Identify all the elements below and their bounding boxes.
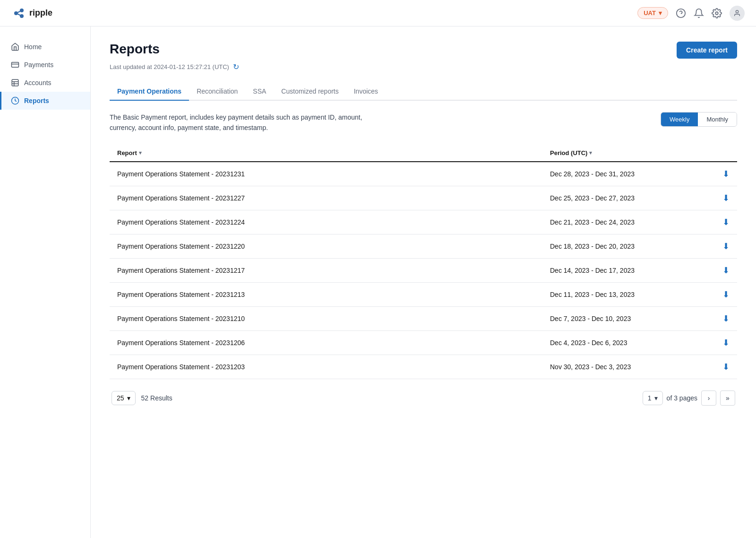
monthly-toggle-button[interactable]: Monthly [698,113,737,126]
last-updated-text: Last updated at 2024-01-12 15:27:21 (UTC… [110,63,229,70]
report-period: Dec 14, 2023 - Dec 17, 2023 [550,267,701,274]
reports-table: Report ▾ Period (UTC) ▾ Payment Operatio… [110,145,737,379]
sidebar-item-home-label: Home [24,43,42,51]
tab-payment-operations[interactable]: Payment Operations [110,83,189,101]
download-button[interactable]: ⬇ [722,338,730,348]
download-cell: ⬇ [701,193,730,203]
logo-text: ripple [29,8,52,18]
download-cell: ⬇ [701,241,730,252]
report-name: Payment Operations Statement - 20231231 [117,170,550,178]
env-chevron-icon: ▾ [659,9,662,17]
svg-rect-11 [12,79,18,86]
sidebar-item-payments-label: Payments [24,61,53,69]
pagination: 25 ▾ 52 Results 1 ▾ of 3 pages › » [110,390,737,406]
report-name: Payment Operations Statement - 20231227 [117,194,550,202]
svg-point-1 [20,9,24,12]
svg-point-0 [14,11,18,15]
svg-point-8 [736,10,738,13]
report-period: Dec 11, 2023 - Dec 13, 2023 [550,291,701,298]
help-icon[interactable] [676,8,686,18]
table-row: Payment Operations Statement - 20231227 … [110,186,737,210]
tab-ssa[interactable]: SSA [245,83,274,101]
tab-reconciliation[interactable]: Reconciliation [189,83,245,101]
env-selector[interactable]: UAT ▾ [637,7,668,19]
page-size-selector[interactable]: 25 ▾ [112,391,136,405]
pagination-left: 25 ▾ 52 Results [112,391,172,405]
main-content: Reports Create report Last updated at 20… [91,26,756,538]
download-cell: ⬇ [701,338,730,348]
period-toggle: Weekly Monthly [661,112,737,127]
report-name: Payment Operations Statement - 20231206 [117,339,550,347]
table-row: Payment Operations Statement - 20231206 … [110,331,737,355]
period-sort-icon: ▾ [589,150,592,156]
report-period: Dec 7, 2023 - Dec 10, 2023 [550,315,701,322]
download-cell: ⬇ [701,265,730,276]
table-row: Payment Operations Statement - 20231231 … [110,162,737,186]
sidebar: Home Payments Accounts Reports [0,26,91,538]
download-cell: ⬇ [701,362,730,372]
app-layout: Home Payments Accounts Reports Reports C… [0,26,756,538]
download-button[interactable]: ⬇ [722,289,730,300]
tab-customized-reports[interactable]: Customized reports [274,83,346,101]
sidebar-item-accounts[interactable]: Accounts [0,74,90,92]
download-button[interactable]: ⬇ [722,313,730,324]
sidebar-item-reports[interactable]: Reports [0,92,90,110]
sidebar-item-payments[interactable]: Payments [0,56,90,74]
report-period: Dec 21, 2023 - Dec 24, 2023 [550,218,701,226]
user-avatar[interactable] [730,6,745,21]
page-size-chevron-icon: ▾ [127,394,130,402]
report-period: Dec 18, 2023 - Dec 20, 2023 [550,243,701,250]
svg-point-7 [715,12,718,15]
report-name: Payment Operations Statement - 20231224 [117,218,550,226]
next-page-button[interactable]: › [701,390,716,406]
sidebar-item-home[interactable]: Home [0,38,90,56]
last-page-button[interactable]: » [720,390,735,406]
payments-icon [11,61,19,69]
current-page-value: 1 [648,394,652,402]
report-period: Nov 30, 2023 - Dec 3, 2023 [550,363,701,371]
report-name: Payment Operations Statement - 20231210 [117,315,550,322]
report-name: Payment Operations Statement - 20231213 [117,291,550,298]
table-row: Payment Operations Statement - 20231210 … [110,307,737,331]
home-icon [11,43,19,51]
nav-actions: UAT ▾ [637,6,745,21]
col-header-action [701,149,730,156]
report-period: Dec 25, 2023 - Dec 27, 2023 [550,194,701,202]
svg-point-2 [20,14,24,18]
results-count: 52 Results [141,394,172,402]
download-button[interactable]: ⬇ [722,217,730,227]
download-button[interactable]: ⬇ [722,169,730,179]
logo[interactable]: ripple [11,6,52,21]
download-button[interactable]: ⬇ [722,362,730,372]
download-cell: ⬇ [701,169,730,179]
report-tabs: Payment Operations Reconciliation SSA Cu… [110,83,737,101]
page-select-chevron-icon: ▾ [654,394,658,402]
col-header-report[interactable]: Report ▾ [117,149,550,156]
total-pages-label: of 3 pages [667,394,697,402]
download-button[interactable]: ⬇ [722,265,730,276]
download-button[interactable]: ⬇ [722,193,730,203]
env-label: UAT [644,9,656,17]
last-updated-row: Last updated at 2024-01-12 15:27:21 (UTC… [110,62,737,71]
tab-invoices[interactable]: Invoices [346,83,386,101]
col-header-period[interactable]: Period (UTC) ▾ [550,149,701,156]
bell-icon[interactable] [694,8,704,18]
download-cell: ⬇ [701,313,730,324]
download-button[interactable]: ⬇ [722,241,730,252]
settings-icon[interactable] [712,8,722,18]
report-sort-icon: ▾ [139,150,142,156]
refresh-icon[interactable]: ↻ [233,62,239,71]
svg-rect-9 [12,62,19,68]
download-cell: ⬇ [701,217,730,227]
create-report-button[interactable]: Create report [677,42,737,59]
table-row: Payment Operations Statement - 20231224 … [110,210,737,234]
current-page-selector[interactable]: 1 ▾ [643,391,663,405]
table-row: Payment Operations Statement - 20231213 … [110,283,737,307]
accounts-icon [11,78,19,87]
reports-icon [11,96,19,105]
report-period: Dec 28, 2023 - Dec 31, 2023 [550,170,701,178]
sidebar-item-accounts-label: Accounts [24,79,52,87]
weekly-toggle-button[interactable]: Weekly [661,113,698,126]
svg-line-3 [18,11,21,12]
svg-line-4 [18,14,21,15]
